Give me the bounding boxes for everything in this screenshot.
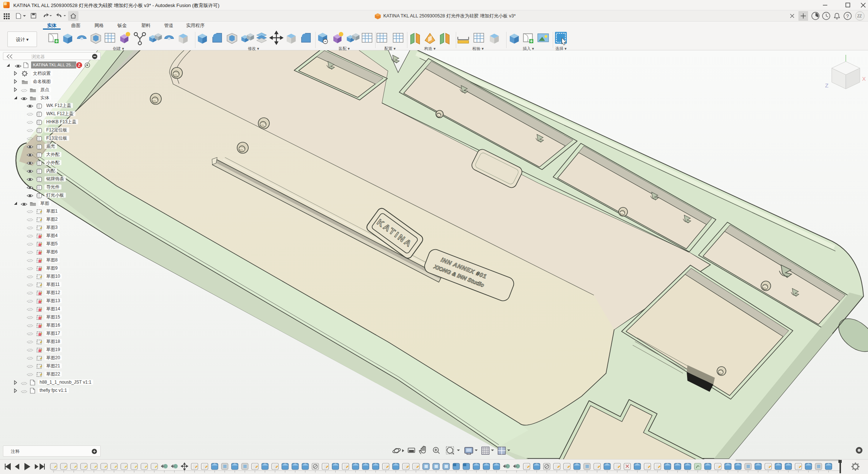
svg-text:X: X — [862, 76, 866, 82]
svg-text:Z: Z — [825, 82, 828, 89]
svg-text:?: ? — [846, 13, 849, 19]
svg-text:浏览器: 浏览器 — [31, 54, 45, 59]
svg-text:Z: Z — [78, 63, 81, 67]
svg-text:ZZ: ZZ — [857, 14, 862, 18]
